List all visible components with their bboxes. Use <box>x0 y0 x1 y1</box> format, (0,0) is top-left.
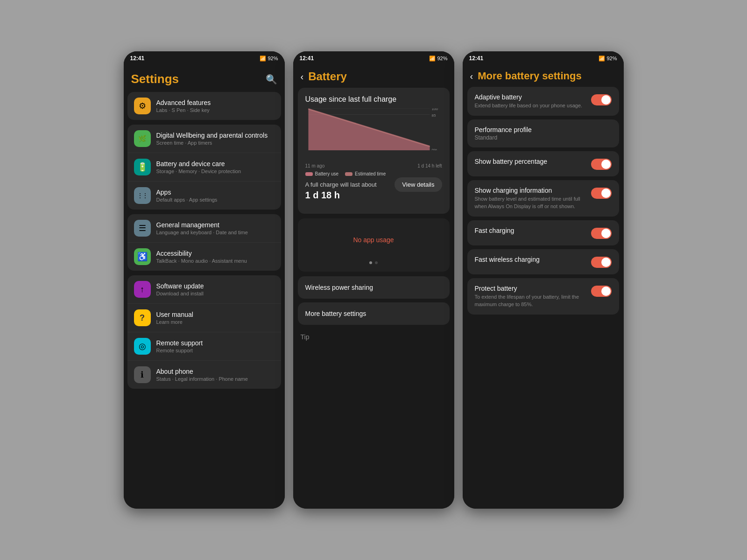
settings-item-advanced[interactable]: ⚙ Advanced features Labs · S Pen · Side … <box>127 92 281 120</box>
legend-estimated: Estimated time <box>345 171 386 176</box>
manual-sub: Learn more <box>156 319 275 325</box>
settings-group-4: ↑ Software update Download and install ?… <box>127 275 281 389</box>
about-text: About phone Status · Legal information ·… <box>156 368 275 382</box>
status-bar-1: 12:41 📶 92% <box>124 51 285 63</box>
settings-item-wellbeing[interactable]: 🌿 Digital Wellbeing and parental control… <box>127 125 281 153</box>
battery-pct-3: 92% <box>606 56 617 61</box>
show-charging-info-sub: Show battery level and estimated time un… <box>475 196 586 210</box>
accessibility-text: Accessibility TalkBack · Mono audio · As… <box>156 250 275 264</box>
general-text: General management Language and keyboard… <box>156 221 275 235</box>
adaptive-toggle[interactable] <box>591 94 612 105</box>
fast-wireless-label: Fast wireless charging <box>475 256 586 263</box>
signal-icon: 📶 <box>260 56 266 62</box>
show-charging-info-toggle[interactable] <box>591 188 612 199</box>
settings-item-remote[interactable]: ◎ Remote support Remote support <box>127 332 281 361</box>
manual-title: User manual <box>156 311 275 318</box>
adaptive-label: Adaptive battery <box>475 93 586 101</box>
svg-text:100: 100 <box>431 108 438 111</box>
remote-text: Remote support Remote support <box>156 339 275 353</box>
protect-battery-toggle[interactable] <box>591 286 612 297</box>
fast-wireless-row[interactable]: Fast wireless charging <box>467 249 619 274</box>
settings-title: Settings <box>131 72 179 86</box>
manual-text: User manual Learn more <box>156 311 275 325</box>
time-2: 12:41 <box>300 55 314 62</box>
battery-pct-2: 92% <box>437 56 447 61</box>
phones-container: 12:41 📶 92% Settings 🔍 ⚙ Advanced featur… <box>124 51 624 509</box>
remote-title: Remote support <box>156 339 275 347</box>
battery-header: ‹ Battery <box>293 63 454 88</box>
battery-screen-title: Battery <box>308 70 347 83</box>
show-charging-info-row[interactable]: Show charging information Show battery l… <box>467 180 619 217</box>
general-sub: Language and keyboard · Date and time <box>156 230 275 235</box>
protect-battery-text: Protect battery To extend the lifespan o… <box>475 285 586 308</box>
phone-more-battery: 12:41 📶 92% ‹ More battery settings Adap… <box>463 51 624 509</box>
performance-row[interactable]: Performance profile Standard <box>467 119 619 147</box>
about-title: About phone <box>156 368 275 375</box>
chart-svg: 100 85 0% <box>305 108 442 150</box>
settings-screen: Settings 🔍 ⚙ Advanced features Labs · S … <box>124 63 285 509</box>
chart-time-labels: 11 m ago 1 d 14 h left <box>305 163 442 168</box>
accessibility-sub: TalkBack · Mono audio · Assistant menu <box>156 258 275 264</box>
signal-icon-2: 📶 <box>429 56 436 62</box>
advanced-icon: ⚙ <box>134 98 151 114</box>
performance-label: Performance profile <box>475 126 612 133</box>
more-battery-title: More battery settings <box>478 70 582 82</box>
settings-item-about[interactable]: ℹ About phone Status · Legal information… <box>127 361 281 389</box>
battery-content: Usage since last full charge <box>293 88 454 345</box>
wireless-sharing-item[interactable]: Wireless power sharing <box>298 276 450 299</box>
usage-title: Usage since last full charge <box>305 95 442 104</box>
status-bar-2: 12:41 📶 92% <box>293 51 454 63</box>
battery-icon: 🔋 <box>134 159 151 175</box>
page-dots <box>298 258 450 268</box>
status-icons-2: 📶 92% <box>429 56 447 62</box>
wellbeing-text: Digital Wellbeing and parental controls … <box>156 132 275 146</box>
battery-1: 92% <box>268 56 278 61</box>
about-icon: ℹ <box>134 366 151 383</box>
fast-wireless-toggle[interactable] <box>591 257 612 268</box>
adaptive-text: Adaptive battery Extend battery life bas… <box>475 93 586 109</box>
apps-sub: Default apps · App settings <box>156 197 275 203</box>
battery-sub: Storage · Memory · Device protection <box>156 168 275 174</box>
software-title: Software update <box>156 282 275 290</box>
chart-legend: Battery use Estimated time <box>305 171 442 176</box>
show-battery-pct-row[interactable]: Show battery percentage <box>467 151 619 176</box>
show-battery-pct-toggle[interactable] <box>591 159 612 170</box>
battery-chart: 100 85 0% <box>305 108 442 160</box>
back-button-battery[interactable]: ‹ <box>301 71 304 82</box>
battery-text: Battery and device care Storage · Memory… <box>156 160 275 174</box>
settings-item-manual[interactable]: ? User manual Learn more <box>127 304 281 332</box>
more-battery-settings-item[interactable]: More battery settings <box>298 302 450 325</box>
time-1: 12:41 <box>130 55 145 62</box>
settings-item-apps[interactable]: ⋮⋮ Apps Default apps · App settings <box>127 182 281 210</box>
legend-battery-use: Battery use <box>305 171 339 176</box>
settings-item-software[interactable]: ↑ Software update Download and install <box>127 275 281 304</box>
software-icon: ↑ <box>134 281 151 298</box>
adaptive-battery-row[interactable]: Adaptive battery Extend battery life bas… <box>467 87 619 116</box>
manual-icon: ? <box>134 309 151 326</box>
protect-battery-row[interactable]: Protect battery To extend the lifespan o… <box>467 278 619 315</box>
software-sub: Download and install <box>156 291 275 296</box>
show-charging-info-text: Show charging information Show battery l… <box>475 187 586 210</box>
general-title: General management <box>156 221 275 229</box>
fast-charging-row[interactable]: Fast charging <box>467 220 619 245</box>
search-icon[interactable]: 🔍 <box>266 74 277 85</box>
performance-value: Standard <box>475 134 612 141</box>
settings-header: Settings 🔍 <box>124 63 285 92</box>
advanced-sub: Labs · S Pen · Side key <box>156 107 275 113</box>
fast-charging-toggle[interactable] <box>591 228 612 239</box>
back-button-more-battery[interactable]: ‹ <box>470 71 473 82</box>
settings-item-accessibility[interactable]: ♿ Accessibility TalkBack · Mono audio · … <box>127 243 281 271</box>
accessibility-icon: ♿ <box>134 248 151 265</box>
wellbeing-sub: Screen time · App timers <box>156 140 275 146</box>
tip-section: Tip <box>298 329 450 345</box>
show-battery-pct-text: Show battery percentage <box>475 158 586 165</box>
apps-text: Apps Default apps · App settings <box>156 189 275 203</box>
settings-item-general[interactable]: ☰ General management Language and keyboa… <box>127 214 281 243</box>
view-details-button[interactable]: View details <box>395 177 442 192</box>
settings-item-battery[interactable]: 🔋 Battery and device care Storage · Memo… <box>127 153 281 182</box>
advanced-text: Advanced features Labs · S Pen · Side ke… <box>156 99 275 113</box>
wellbeing-icon: 🌿 <box>134 130 151 147</box>
settings-group-2: 🌿 Digital Wellbeing and parental control… <box>127 125 281 210</box>
remote-icon: ◎ <box>134 338 151 355</box>
clearfix: View details A full charge will last abo… <box>305 181 442 206</box>
